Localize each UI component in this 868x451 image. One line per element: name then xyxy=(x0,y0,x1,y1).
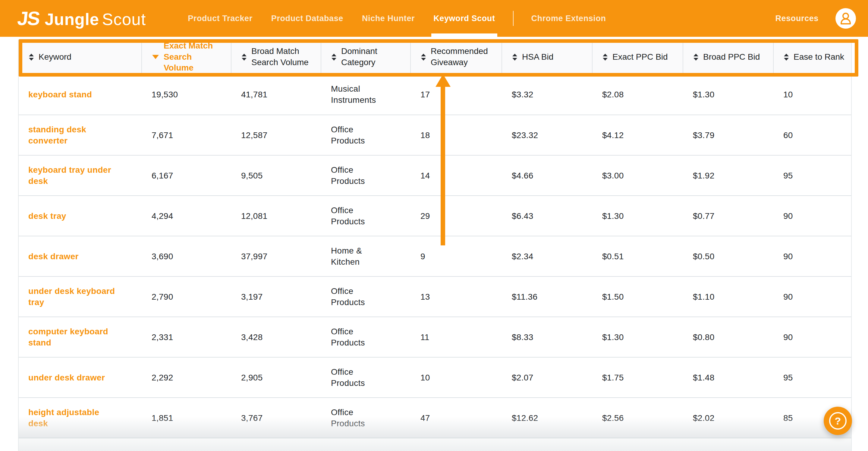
keyword-link[interactable]: desk drawer xyxy=(28,251,79,262)
column-label: Broad Match Search Volume xyxy=(251,46,309,68)
recommended-giveaway-cell: 13 xyxy=(410,277,501,317)
nav-menu: Product Tracker Product Database Niche H… xyxy=(179,0,615,37)
keyword-link[interactable]: under desk keyboard tray xyxy=(28,285,117,308)
nav-item-chrome-extension[interactable]: Chrome Extension xyxy=(522,0,615,37)
dominant-category-cell: Office Products xyxy=(331,164,390,187)
column-header-keyword[interactable]: Keyword xyxy=(19,40,141,74)
column-header-exact-ppc-bid[interactable]: Exact PPC Bid xyxy=(592,40,683,74)
hsa-bid-cell: $4.66 xyxy=(501,156,592,196)
keyword-link[interactable]: keyboard stand xyxy=(28,89,92,100)
keyword-results-table: Keyword Exact Match Search Volume Broad … xyxy=(18,40,852,451)
exact-ppc-bid-cell: $2.08 xyxy=(592,74,683,115)
dominant-category-cell: Office Products xyxy=(331,205,390,227)
broad-match-volume-cell: 37,997 xyxy=(231,236,321,276)
dominant-category-cell: Home & Kitchen xyxy=(331,245,390,267)
sort-desc-icon xyxy=(152,55,159,59)
exact-ppc-bid-cell: $1.30 xyxy=(592,196,683,236)
nav-item-niche-hunter[interactable]: Niche Hunter xyxy=(352,0,424,37)
exact-match-volume-cell: 2,331 xyxy=(141,317,231,357)
keyword-link[interactable]: standing desk converter xyxy=(28,124,117,146)
exact-ppc-bid-cell: $0.51 xyxy=(592,236,683,276)
keyword-link[interactable]: keyboard tray under desk xyxy=(28,164,117,187)
sort-icon xyxy=(693,54,698,61)
column-header-dominant-category[interactable]: Dominant Category xyxy=(321,40,410,74)
column-header-broad-ppc-bid[interactable]: Broad PPC Bid xyxy=(683,40,773,74)
sort-icon xyxy=(421,54,426,61)
exact-ppc-bid-cell: $4.12 xyxy=(592,115,683,155)
column-label: Keyword xyxy=(38,52,71,63)
table-row: keyboard tray under desk 6,167 9,505 Off… xyxy=(19,155,851,196)
broad-ppc-bid-cell: $0.50 xyxy=(683,236,773,276)
hsa-bid-cell: $2.07 xyxy=(501,358,592,397)
table-row: desk drawer 3,690 37,997 Home & Kitchen … xyxy=(19,236,851,276)
exact-match-volume-cell: 1,851 xyxy=(141,398,231,438)
column-header-hsa-bid[interactable]: HSA Bid xyxy=(501,40,592,74)
ease-to-rank-cell: 95 xyxy=(773,358,852,397)
recommended-giveaway-cell: 47 xyxy=(410,398,501,438)
broad-ppc-bid-cell: $3.79 xyxy=(683,115,773,155)
recommended-giveaway-cell: 17 xyxy=(410,74,501,115)
person-icon xyxy=(839,12,852,25)
exact-match-volume-cell: 6,167 xyxy=(141,156,231,196)
question-mark-icon: ? xyxy=(829,412,846,429)
broad-match-volume-cell: 12,587 xyxy=(231,115,321,155)
exact-match-volume-cell: 4,294 xyxy=(141,196,231,236)
broad-ppc-bid-cell: $1.92 xyxy=(683,156,773,196)
exact-ppc-bid-cell: $1.75 xyxy=(592,358,683,397)
table-row: under desk drawer 2,292 2,905 Office Pro… xyxy=(19,357,851,397)
table-row: height adjustable desk 1,851 3,767 Offic… xyxy=(19,397,851,438)
nav-item-product-database[interactable]: Product Database xyxy=(262,0,352,37)
nav-right-group: Resources xyxy=(775,8,856,29)
exact-match-volume-cell: 7,671 xyxy=(141,115,231,155)
table-row: computer keyboard stand 2,331 3,428 Offi… xyxy=(19,317,851,357)
recommended-giveaway-cell: 29 xyxy=(410,196,501,236)
column-label: Recommended Giveaway xyxy=(431,46,488,68)
keyword-link[interactable]: desk tray xyxy=(28,210,66,221)
recommended-giveaway-cell: 9 xyxy=(410,236,501,276)
column-header-exact-match-search-volume[interactable]: Exact Match Search Volume xyxy=(141,40,231,74)
column-header-recommended-giveaway[interactable]: Recommended Giveaway xyxy=(410,40,501,74)
hsa-bid-cell: $2.34 xyxy=(501,236,592,276)
exact-ppc-bid-cell: $1.30 xyxy=(592,317,683,357)
dominant-category-cell: Office Products xyxy=(331,366,390,389)
nav-item-resources[interactable]: Resources xyxy=(775,14,818,23)
user-avatar[interactable] xyxy=(835,8,856,29)
column-label: Ease to Rank xyxy=(794,52,844,63)
broad-match-volume-cell: 41,781 xyxy=(231,74,321,115)
column-label: Exact Match Search Volume xyxy=(164,40,221,74)
broad-ppc-bid-cell: $1.48 xyxy=(683,358,773,397)
broad-ppc-bid-cell: $0.80 xyxy=(683,317,773,357)
sort-icon xyxy=(513,54,517,61)
broad-ppc-bid-cell: $0.77 xyxy=(683,196,773,236)
table-header-row: Keyword Exact Match Search Volume Broad … xyxy=(19,40,851,74)
help-button[interactable]: ? xyxy=(824,407,852,435)
broad-match-volume-cell: 3,428 xyxy=(231,317,321,357)
sort-icon xyxy=(242,54,247,61)
exact-match-volume-cell: 2,790 xyxy=(141,277,231,317)
table-row-partial xyxy=(19,438,851,451)
broad-match-volume-cell: 3,197 xyxy=(231,277,321,317)
jungle-scout-logo[interactable]: JS Jungle Scout xyxy=(18,7,146,30)
nav-item-product-tracker[interactable]: Product Tracker xyxy=(179,0,262,37)
keyword-link[interactable]: under desk drawer xyxy=(28,372,105,383)
broad-ppc-bid-cell: $2.02 xyxy=(683,398,773,438)
dominant-category-cell: Office Products xyxy=(331,124,390,146)
logo-text-scout: Scout xyxy=(102,10,146,29)
broad-match-volume-cell: 2,905 xyxy=(231,358,321,397)
keyword-link[interactable]: height adjustable desk xyxy=(28,407,117,429)
table-body: keyboard stand 19,530 41,781 Musical Ins… xyxy=(19,74,851,438)
ease-to-rank-cell: 90 xyxy=(773,277,852,317)
broad-ppc-bid-cell: $1.30 xyxy=(683,74,773,115)
column-header-broad-match-search-volume[interactable]: Broad Match Search Volume xyxy=(231,40,321,74)
sort-icon xyxy=(784,54,789,61)
nav-item-keyword-scout[interactable]: Keyword Scout xyxy=(424,0,504,37)
table-row: keyboard stand 19,530 41,781 Musical Ins… xyxy=(19,74,851,115)
dominant-category-cell: Office Products xyxy=(331,285,390,308)
hsa-bid-cell: $3.32 xyxy=(501,74,592,115)
ease-to-rank-cell: 90 xyxy=(773,236,852,276)
broad-match-volume-cell: 9,505 xyxy=(231,156,321,196)
keyword-link[interactable]: computer keyboard stand xyxy=(28,326,117,348)
column-label: Exact PPC Bid xyxy=(613,52,668,63)
column-header-ease-to-rank[interactable]: Ease to Rank xyxy=(773,40,852,74)
hsa-bid-cell: $23.32 xyxy=(501,115,592,155)
